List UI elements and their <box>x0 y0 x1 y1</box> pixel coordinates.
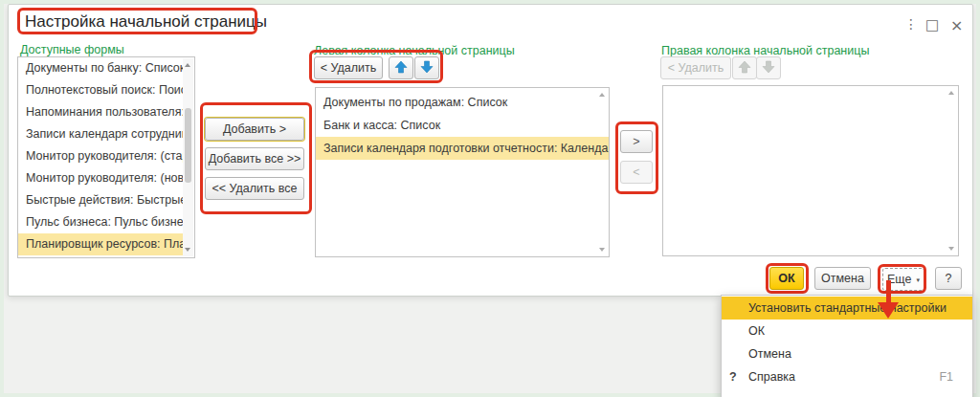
menu-item[interactable]: Установить стандартные настройки <box>722 297 972 320</box>
menu-item[interactable]: ? Справка F1 <box>722 365 972 388</box>
available-forms-list[interactable]: Документы по банку: Список Полнотекстовы… <box>17 56 195 258</box>
right-column-list[interactable] <box>662 85 959 256</box>
menu-item-icon: ? <box>722 370 748 384</box>
move-left-button[interactable]: < <box>620 161 653 184</box>
left-column-label: Левая колонка начальной страницы <box>314 44 515 57</box>
move-down-button-disabled[interactable] <box>756 56 781 79</box>
menu-item-label: Отмена <box>748 347 953 361</box>
start-page-setup-dialog: Настройка начальной страницы ⋮ □ × Досту… <box>8 4 973 297</box>
move-down-button[interactable] <box>414 56 439 79</box>
menu-item-label: ОК <box>748 324 953 338</box>
list-item[interactable]: Планировщик ресурсов: План... <box>18 233 183 255</box>
left-column-remove-button[interactable]: < Удалить <box>314 56 383 79</box>
menu-item[interactable]: Отмена <box>722 342 972 365</box>
list-item[interactable]: Документы по продажам: Список <box>316 91 609 114</box>
scrollbar[interactable] <box>183 58 193 256</box>
page-title: Настройка начальной страницы <box>25 12 267 32</box>
remove-all-button[interactable]: << Удалить все <box>205 177 304 200</box>
list-item[interactable]: Записи календаря подготовки отчетности: … <box>316 137 609 160</box>
close-icon[interactable]: × <box>950 16 963 34</box>
chevron-down-icon: ▾ <box>916 276 920 283</box>
add-all-button[interactable]: Добавить все >> <box>205 147 304 170</box>
menu-item[interactable]: ОК <box>722 320 972 342</box>
list-item[interactable]: Монитор руководителя: (новый) <box>18 167 183 189</box>
list-item[interactable]: Пульс бизнеса: Пульс бизнеса <box>18 211 183 233</box>
right-column-label: Правая колонка начальной страницы <box>661 44 869 57</box>
list-item[interactable]: Полнотекстовый поиск: Поиск <box>18 79 183 101</box>
move-up-button[interactable] <box>389 56 413 79</box>
list-item[interactable]: Напоминания пользователя: ... <box>18 101 183 123</box>
scroll-down-icon[interactable] <box>185 248 190 252</box>
arrow-down-icon <box>762 60 775 77</box>
left-column-list[interactable]: Документы по продажам: Список Банк и кас… <box>315 87 610 257</box>
scroll-up-icon[interactable] <box>599 93 605 97</box>
available-forms-label: Доступные формы <box>20 43 124 56</box>
help-button[interactable]: ? <box>935 267 962 290</box>
scroll-up-icon[interactable] <box>948 91 954 95</box>
move-up-button-disabled[interactable] <box>732 56 757 79</box>
scrollbar-thumb[interactable] <box>185 108 191 183</box>
right-column-remove-button[interactable]: < Удалить <box>660 56 731 79</box>
maximize-icon[interactable]: □ <box>925 16 939 33</box>
annotation-arrow-shaft <box>886 280 891 303</box>
scroll-down-icon[interactable] <box>948 247 954 251</box>
list-item[interactable]: Банк и касса: Список <box>316 114 609 137</box>
list-item[interactable]: Быстрые действия: Быстрые... <box>18 189 183 211</box>
arrow-up-icon <box>738 60 751 77</box>
screenshot-canvas: Настройка начальной страницы ⋮ □ × Досту… <box>0 0 980 397</box>
kebab-menu-icon[interactable]: ⋮ <box>904 16 918 32</box>
cancel-button[interactable]: Отмена <box>814 267 871 290</box>
list-item[interactable]: Документы по банку: Список <box>18 57 183 79</box>
list-item[interactable] <box>18 255 183 257</box>
scroll-down-icon[interactable] <box>599 248 605 252</box>
ok-button[interactable]: ОК <box>769 267 804 290</box>
menu-item-label: Справка <box>748 370 939 384</box>
arrow-down-icon <box>420 60 434 77</box>
more-context-menu: Установить стандартные настройки ОК Отме… <box>721 295 973 397</box>
annotation-arrow-head <box>878 302 899 319</box>
move-right-button[interactable]: > <box>620 130 653 153</box>
list-item[interactable]: Монитор руководителя: (стар... <box>18 145 183 167</box>
menu-item-shortcut: F1 <box>939 370 972 384</box>
add-button[interactable]: Добавить > <box>205 118 304 141</box>
arrow-up-icon <box>394 60 408 77</box>
scroll-up-icon[interactable] <box>185 63 190 67</box>
menu-item-label: Установить стандартные настройки <box>748 301 953 315</box>
list-item[interactable]: Записи календаря сотрудника... <box>18 123 183 145</box>
